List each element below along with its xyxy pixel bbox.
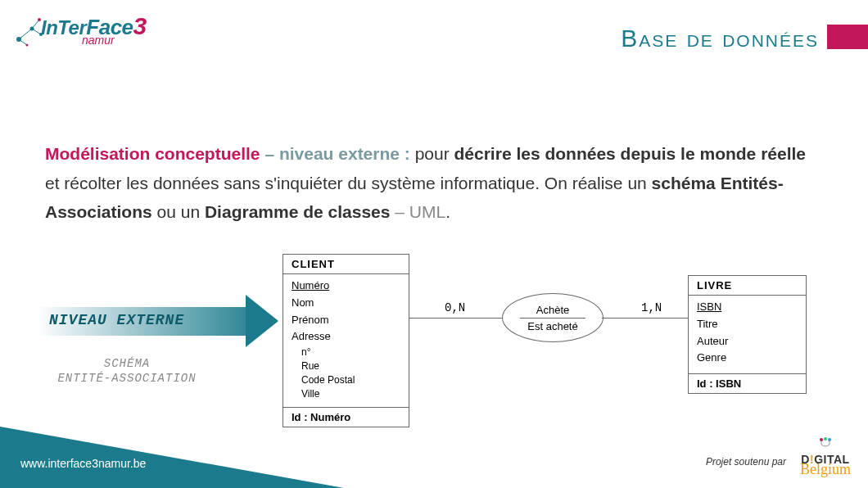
digital-belgium-icon [818,436,833,451]
entity-pk: ISBN [697,299,798,316]
entity-attr: Titre [697,316,798,333]
relation-bottom: Est acheté [527,319,577,332]
entity-attr: Nom [292,295,400,312]
arrow-label-main: NIVEAU EXTERNE [49,312,184,328]
text-dash: – [390,202,409,221]
text-dash: – [260,144,279,163]
cardinality-right: 1,N [641,301,662,314]
entity-attr: Prénom [292,312,400,329]
text-bold: Diagramme de classes [205,202,390,221]
entity-attr: Auteur [697,333,798,350]
entity-livre: LIVRE ISBN Titre Auteur Genre Id : ISBN [688,275,807,394]
entity-subattr: Code Postal [292,373,400,387]
relation-line [602,318,688,319]
entity-id: Id : Numéro [283,407,409,427]
arrow-head-icon [246,295,278,347]
svg-point-9 [820,438,823,441]
entity-attributes: Numéro Nom Prénom Adresse n° Rue Code Po… [283,274,409,407]
footer-url: www.interface3namur.be [20,457,146,470]
er-diagram: CLIENT Numéro Nom Prénom Adresse n° Rue … [283,254,807,434]
entity-subattr: n° [292,346,400,359]
body-paragraph: Modélisation conceptuelle – niveau exter… [45,139,823,227]
text-gray: UML [409,202,445,221]
svg-point-11 [828,438,831,441]
entity-id: Id : ISBN [689,373,806,393]
text-plain: et récolter les données sans s'inquiéter… [45,174,652,192]
text-highlight-teal: niveau externe : [279,144,410,163]
entity-header: LIVRE [689,276,806,296]
text-plain: pour [410,144,454,163]
entity-client: CLIENT Numéro Nom Prénom Adresse n° Rue … [283,254,409,427]
svg-line-5 [19,29,32,39]
svg-point-10 [824,437,827,441]
entity-pk: Numéro [292,278,400,295]
belgium-text: Belgium [793,461,858,478]
entity-attr: Adresse [292,328,400,346]
text-dot: . [445,202,450,221]
text-bold: décrire les données depuis le monde réel… [454,144,807,163]
relation-top: Achète [536,304,569,318]
cardinality-left: 0,N [445,301,465,314]
svg-line-7 [32,29,41,34]
footer-sponsor-text: Projet soutenu par [706,456,786,468]
logo-network-icon [12,16,45,49]
brand-logo: InTerFace3 namur [12,12,151,47]
arrow-shape: NIVEAU EXTERNE [37,299,278,344]
entity-subattr: Rue [292,359,400,373]
text-highlight-magenta: Modélisation conceptuelle [45,144,260,163]
text-plain: ou un [152,202,205,221]
entity-attr: Genre [697,350,798,367]
relation-line [409,318,504,319]
arrow-label-sub: SCHÉMA ENTITÉ-ASSOCIATION [37,356,217,386]
svg-line-6 [32,20,39,29]
level-arrow-block: NIVEAU EXTERNE SCHÉMA ENTITÉ-ASSOCIATION [37,299,283,344]
digital-belgium-logo: D!GITAL Belgium [793,436,858,478]
entity-subattr: Ville [292,387,400,401]
entity-header: CLIENT [283,255,409,274]
header-accent-bar [827,25,868,49]
entity-attributes: ISBN Titre Auteur Genre [689,296,806,373]
relation-ellipse: Achète Est acheté [502,293,604,342]
svg-line-8 [19,39,27,45]
